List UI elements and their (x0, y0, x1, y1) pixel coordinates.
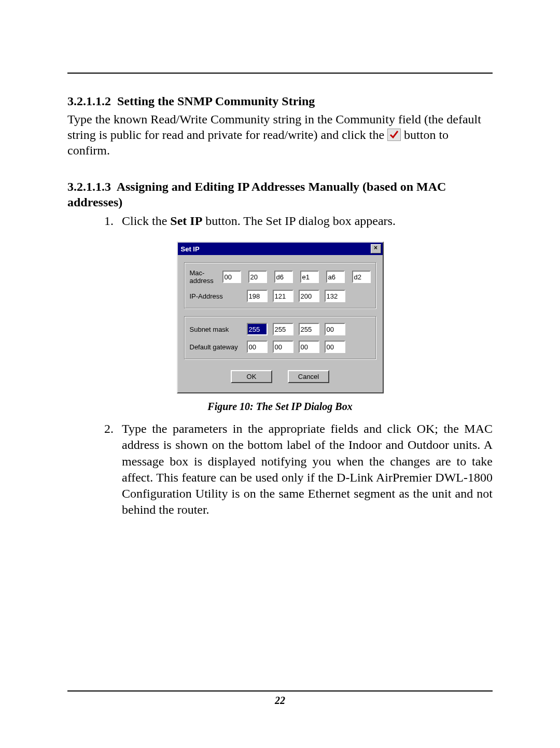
step2-text: Type the parameters in the appropriate f… (122, 421, 493, 518)
ip-field-3[interactable] (325, 290, 345, 302)
set-ip-dialog: Set IP × Mac-address (177, 242, 384, 393)
mac-field-5[interactable] (352, 271, 371, 283)
dialog-title: Set IP (181, 245, 200, 253)
section-title: Setting the SNMP Community String (117, 94, 315, 108)
section2-number: 3.2.1.1.3 (67, 180, 111, 193)
section1-paragraph: Type the known Read/Write Community stri… (67, 111, 493, 158)
steps-list-2: Type the parameters in the appropriate f… (67, 421, 493, 518)
section-heading-2: 3.2.1.1.3 Assigning and Editing IP Addre… (67, 179, 493, 210)
gateway-field-0[interactable] (247, 341, 268, 353)
address-group: Mac-address IP-Address (184, 262, 376, 309)
close-button[interactable]: × (371, 244, 381, 253)
ip-label: IP-Address (190, 292, 247, 300)
mac-field-3[interactable] (300, 271, 319, 283)
mac-field-0[interactable] (222, 271, 241, 283)
step-2: Type the parameters in the appropriate f… (117, 421, 493, 518)
section2-title: Assigning and Editing IP Addresses Manua… (67, 180, 446, 209)
gateway-field-1[interactable] (273, 341, 293, 353)
top-rule (67, 73, 493, 74)
page-number: 22 (67, 695, 493, 707)
step1-before: Click the (122, 214, 170, 228)
cancel-button[interactable]: Cancel (288, 370, 329, 383)
ip-field-2[interactable] (299, 290, 319, 302)
mac-field-2[interactable] (274, 271, 293, 283)
subnet-field-1[interactable] (273, 323, 293, 335)
gateway-field-3[interactable] (325, 341, 345, 353)
step1-after: button. The Set IP dialog box appears. (202, 214, 396, 228)
mac-label: Mac-address (190, 269, 222, 285)
mac-field-1[interactable] (248, 271, 267, 283)
subnet-label: Subnet mask (190, 326, 247, 333)
step-1: Click the Set IP button. The Set IP dial… (117, 213, 493, 229)
ok-button[interactable]: OK (231, 370, 272, 383)
steps-list: Click the Set IP button. The Set IP dial… (67, 213, 493, 229)
step1-bold: Set IP (170, 214, 202, 228)
dialog-titlebar: Set IP × (178, 243, 383, 255)
network-group: Subnet mask Default gateway (184, 316, 376, 360)
checkmark-icon (387, 129, 401, 141)
bottom-rule (67, 690, 493, 691)
ip-field-0[interactable] (247, 290, 268, 302)
mac-field-4[interactable] (326, 271, 345, 283)
subnet-field-2[interactable] (299, 323, 319, 335)
section-heading-1: 3.2.1.1.2 Setting the SNMP Community Str… (67, 94, 493, 108)
subnet-field-0[interactable] (247, 323, 268, 335)
subnet-field-3[interactable] (325, 323, 345, 335)
ip-field-1[interactable] (273, 290, 293, 302)
gateway-label: Default gateway (190, 343, 247, 351)
figure-caption: Figure 10: The Set IP Dialog Box (67, 401, 493, 413)
section-number: 3.2.1.1.2 (67, 94, 111, 108)
gateway-field-2[interactable] (299, 341, 319, 353)
